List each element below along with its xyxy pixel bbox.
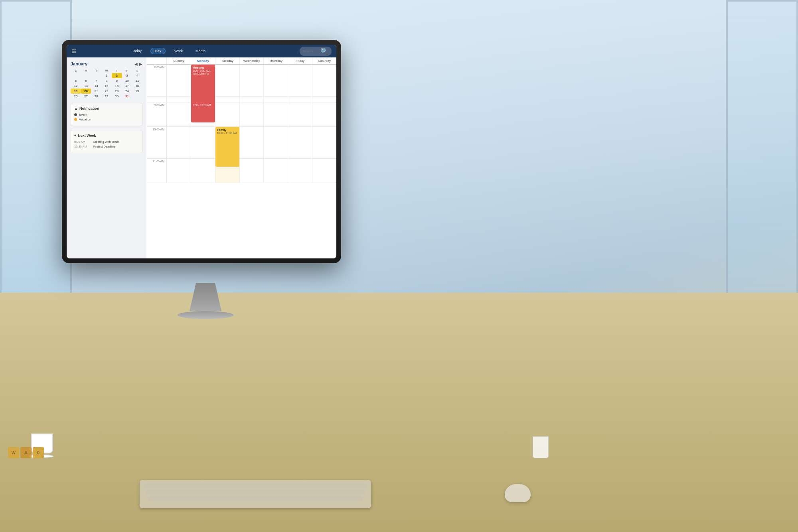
calendar-day[interactable]: 1 — [101, 73, 112, 78]
app-header: ☰ Today Day Work Month 🔍 — [67, 45, 336, 57]
calendar-day[interactable]: 22 — [101, 89, 112, 94]
cell-friday-10am[interactable] — [288, 127, 312, 158]
day-header-tuesday[interactable]: Tuesday — [215, 57, 239, 64]
cell-thursday-10am[interactable] — [263, 127, 288, 158]
prev-month-button[interactable]: ◀ — [134, 62, 138, 66]
cell-tuesday-9am[interactable] — [215, 102, 239, 126]
calendar-day[interactable]: 15 — [101, 83, 112, 89]
cell-friday-9am[interactable] — [288, 102, 312, 126]
nav-day[interactable]: Day — [150, 48, 166, 54]
sub-cell[interactable] — [239, 97, 264, 102]
sub-cell[interactable] — [288, 97, 312, 102]
day-header-monday[interactable]: Monday — [191, 57, 215, 64]
day-cells-8am: Meeting 8:00 - 9:30 AM - Work Meeting — [166, 65, 336, 96]
cell-sunday-9am[interactable] — [166, 102, 191, 126]
cell-monday-8am[interactable]: Meeting 8:00 - 9:30 AM - Work Meeting — [191, 65, 215, 96]
search-bar[interactable]: 🔍 — [300, 47, 332, 56]
calendar-day[interactable]: 28 — [91, 94, 101, 99]
sub-row-815 — [146, 97, 336, 102]
keyboard[interactable] — [140, 480, 371, 508]
meet-customers-event[interactable]: 9:30 - 10:00 AM — [191, 102, 215, 122]
cell-wednesday-8am[interactable] — [239, 65, 264, 96]
cell-monday-9am[interactable]: 9:30 - 10:00 AM — [191, 102, 215, 126]
plus-icon: + — [74, 134, 76, 138]
calendar-day[interactable]: 8 — [101, 78, 112, 83]
cell-sunday-10am[interactable] — [166, 127, 191, 158]
day-header-sunday[interactable]: Sunday — [166, 57, 191, 64]
block-w: W — [8, 447, 19, 458]
cell-saturday-9am[interactable] — [312, 102, 336, 126]
search-input[interactable] — [303, 49, 320, 53]
calendar-day[interactable]: 3 — [122, 73, 132, 78]
sub-cell[interactable] — [263, 97, 288, 102]
hamburger-icon[interactable]: ☰ — [71, 48, 77, 54]
calendar-day[interactable]: 26 — [71, 94, 81, 99]
calendar-day-today[interactable]: 19 — [71, 89, 81, 94]
weekday-header: T — [112, 69, 122, 73]
nav-work[interactable]: Work — [170, 48, 187, 54]
calendar-day[interactable]: 6 — [81, 78, 91, 83]
calendar-day[interactable] — [81, 73, 91, 78]
calendar-day[interactable] — [132, 94, 142, 99]
cell-sunday-11am[interactable] — [166, 159, 191, 183]
nav-today[interactable]: Today — [128, 48, 146, 54]
cell-sunday-8am[interactable] — [166, 65, 191, 96]
time-row-9am: 9:00 AM 9:30 - 10:00 AM — [146, 102, 336, 127]
calendar-day[interactable]: 9 — [112, 78, 122, 83]
cell-tuesday-8am[interactable] — [215, 65, 239, 96]
calendar-day-red[interactable]: 31 — [122, 94, 132, 99]
cell-wednesday-9am[interactable] — [239, 102, 264, 126]
cell-saturday-10am[interactable] — [312, 127, 336, 158]
calendar-day[interactable]: 4 — [132, 73, 142, 78]
cell-wednesday-11am[interactable] — [239, 159, 264, 183]
cell-wednesday-10am[interactable] — [239, 127, 264, 158]
mini-calendar-section: January ◀ ▶ S M — [71, 61, 142, 99]
cell-friday-8am[interactable] — [288, 65, 312, 96]
family-event[interactable]: Family 10:00 - 11:30 AM — [215, 127, 239, 167]
sub-cell[interactable] — [312, 97, 336, 102]
calendar-day[interactable]: 12 — [71, 83, 81, 89]
calendar-day[interactable]: 2 — [112, 73, 122, 78]
calendar-day[interactable]: 29 — [101, 94, 112, 99]
calendar-day[interactable] — [91, 73, 101, 78]
sub-cell[interactable] — [215, 97, 239, 102]
calendar-day[interactable]: 16 — [112, 83, 122, 89]
calendar-day[interactable]: 21 — [91, 89, 101, 94]
vacation-label: Vacation — [79, 118, 91, 121]
calendar-day[interactable]: 27 — [81, 94, 91, 99]
calendar-day[interactable]: 25 — [132, 89, 142, 94]
cell-monday-11am[interactable] — [191, 159, 215, 183]
day-header-saturday[interactable]: Saturday — [312, 57, 336, 64]
calendar-day[interactable]: 17 — [122, 83, 132, 89]
calendar-day[interactable]: 7 — [91, 78, 101, 83]
sub-cell[interactable] — [166, 97, 191, 102]
day-header-thursday[interactable]: Thursday — [263, 57, 288, 64]
calendar-day[interactable]: 24 — [122, 89, 132, 94]
cell-monday-10am[interactable] — [191, 127, 215, 158]
calendar-day[interactable]: 10 — [122, 78, 132, 83]
calendar-day[interactable]: 30 — [112, 94, 122, 99]
cell-thursday-9am[interactable] — [263, 102, 288, 126]
cell-thursday-8am[interactable] — [263, 65, 288, 96]
calendar-day[interactable]: 11 — [132, 78, 142, 83]
calendar-day[interactable]: 14 — [91, 83, 101, 89]
vacation-dot — [74, 118, 77, 121]
calendar-day[interactable]: 5 — [71, 78, 81, 83]
calendar-day[interactable] — [71, 73, 81, 78]
cell-tuesday-10am[interactable]: Family 10:00 - 11:30 AM — [215, 127, 239, 158]
calendar-day[interactable]: 13 — [81, 83, 91, 89]
day-header-wednesday[interactable]: Wednesday — [239, 57, 264, 64]
cell-thursday-11am[interactable] — [263, 159, 288, 183]
nw-label-2: Project Deadline — [93, 145, 115, 148]
next-month-button[interactable]: ▶ — [139, 62, 142, 66]
cell-friday-11am[interactable] — [288, 159, 312, 183]
mouse[interactable] — [505, 484, 531, 502]
calendar-day-selected[interactable]: 20 — [81, 89, 91, 94]
nav-month[interactable]: Month — [192, 48, 209, 54]
day-header-friday[interactable]: Friday — [288, 57, 312, 64]
calendar-day[interactable]: 18 — [132, 83, 142, 89]
calendar-day[interactable]: 23 — [112, 89, 122, 94]
cell-saturday-8am[interactable] — [312, 65, 336, 96]
cell-saturday-11am[interactable] — [312, 159, 336, 183]
calendar-app: ☰ Today Day Work Month 🔍 — [67, 45, 336, 258]
